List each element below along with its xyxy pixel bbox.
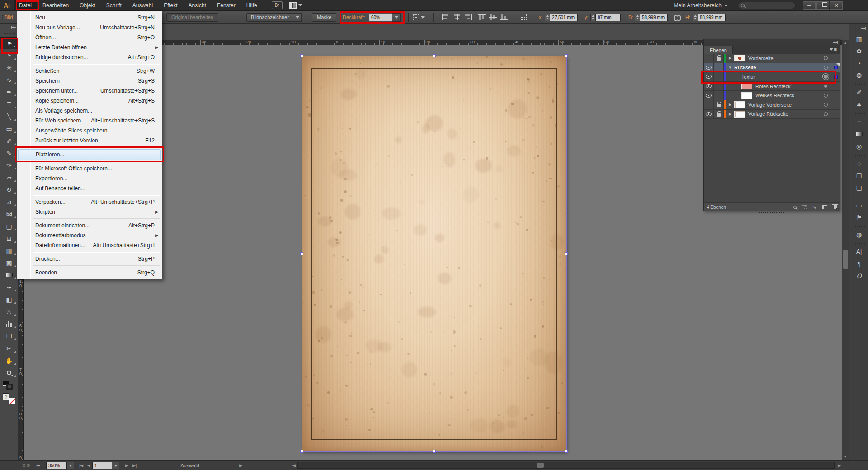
file-menu-item[interactable]: SchließenStrg+W <box>18 66 161 76</box>
file-menu-item[interactable]: Speichern unter...Umschalttaste+Strg+S <box>18 86 161 96</box>
links-panel-icon[interactable]: ❏ <box>851 182 867 194</box>
align-left-icon[interactable] <box>442 14 450 20</box>
layer-row-vorlage-vorderseite[interactable]: ▶Vorlage Vorderseite <box>704 100 840 110</box>
scroll-down-arrow[interactable]: ▼ <box>842 454 849 460</box>
file-menu-item[interactable]: Dokument einrichten...Alt+Strg+P <box>18 221 161 230</box>
lock-icon-cell[interactable] <box>714 54 724 63</box>
layer-row-rotes-rechteck[interactable]: Rotes Rechteck <box>704 82 840 91</box>
gradient-tool-panel-icon[interactable] <box>851 128 867 140</box>
opacity-dropdown[interactable] <box>392 13 401 22</box>
opacity-value[interactable]: 60% <box>369 14 392 21</box>
selection-tool[interactable]: ➤ <box>0 37 18 49</box>
vertical-scroll-thumb[interactable] <box>843 250 848 269</box>
eraser-tool[interactable]: ▱ <box>0 171 18 183</box>
menu-auswahl[interactable]: Auswahl <box>127 0 158 11</box>
vertical-scrollbar[interactable]: ▲ ▼ <box>842 40 849 460</box>
layer-name[interactable]: Textur <box>741 74 819 80</box>
dock-resize-gutter[interactable] <box>703 211 840 215</box>
expand-arrow-icon[interactable]: ▶ <box>726 103 734 107</box>
zoom-tool[interactable] <box>0 367 18 379</box>
layer-row-vorderseite[interactable]: ▶Vorderseite <box>704 54 840 63</box>
visibility-eye-icon[interactable] <box>704 82 714 91</box>
file-menu-item[interactable]: Dateiinformationen...Alt+Umschalttaste+S… <box>18 240 161 250</box>
zoom-level-field[interactable]: 350% <box>46 462 67 469</box>
align-center-icon[interactable] <box>453 14 461 20</box>
placed-texture-image[interactable] <box>302 56 566 451</box>
new-sublayer-icon[interactable]: ↳ <box>810 203 820 211</box>
column-graph-tool[interactable] <box>0 318 18 330</box>
link-dimensions-icon[interactable] <box>674 14 681 20</box>
x-stepper[interactable] <box>545 14 550 21</box>
lock-toggle-empty[interactable] <box>714 63 724 72</box>
opentype-panel-icon[interactable]: O <box>851 270 867 282</box>
stroke-swatch[interactable] <box>6 384 13 390</box>
file-menu-item[interactable]: Drucken...Strg+P <box>18 254 161 264</box>
locate-object-icon[interactable] <box>790 203 800 211</box>
lock-icon-cell[interactable] <box>714 110 724 119</box>
layer-row-vorlage-r-ckseite[interactable]: ▶Vorlage Rückseite <box>704 110 840 119</box>
symbols-panel-icon[interactable]: ♣ <box>851 99 867 111</box>
file-menu-item[interactable]: Skripten▶ <box>18 207 161 217</box>
rectangle-tool[interactable]: ▭ <box>0 122 18 135</box>
paintbrush-tool[interactable]: ✐ <box>0 135 18 147</box>
clipping-mask-icon[interactable] <box>800 203 810 211</box>
gradient-tool[interactable] <box>0 269 18 281</box>
artboard-dropdown[interactable] <box>112 462 119 469</box>
appearance-panel-icon[interactable]: ◌ <box>851 157 867 169</box>
scale-tool[interactable]: ⊿ <box>0 196 18 208</box>
collapse-panel-icon[interactable]: ▶▶ <box>11 25 16 29</box>
magic-wand-tool[interactable]: ✳ <box>0 61 18 74</box>
selection-indicator-cell[interactable] <box>832 75 840 79</box>
type-tool[interactable]: T <box>0 98 18 110</box>
menu-fenster[interactable]: Fenster <box>212 0 241 11</box>
visibility-eye-icon[interactable] <box>704 63 714 72</box>
options-grid-icon[interactable] <box>521 14 528 21</box>
rotate-tool[interactable]: ↻ <box>0 183 18 196</box>
search-input[interactable] <box>745 3 790 8</box>
file-menu-item[interactable]: Dokumentfarbmodus▶ <box>18 230 161 240</box>
y-stepper[interactable] <box>590 14 595 21</box>
scroll-up-arrow[interactable]: ▲ <box>842 40 849 46</box>
stroke-panel-icon[interactable]: ≡ <box>851 116 867 128</box>
symbol-sprayer-tool[interactable]: ♨ <box>0 306 18 318</box>
y-field[interactable]: 87 mm <box>595 14 621 21</box>
transparency-panel-icon[interactable]: ◎ <box>851 140 867 152</box>
pen-tool[interactable]: ✒ <box>0 86 18 98</box>
target-cell[interactable] <box>819 82 832 91</box>
artboards-panel-icon[interactable]: ▭ <box>851 199 867 211</box>
target-cell[interactable] <box>819 54 832 63</box>
swatches-panel-icon[interactable]: ▦ <box>851 33 867 45</box>
file-menu-item[interactable]: Kopie speichern...Alt+Strg+S <box>18 96 161 106</box>
menu-bearbeiten[interactable]: Bearbeiten <box>37 0 74 11</box>
edit-original-button[interactable]: Original bearbeiten <box>166 13 218 22</box>
last-artboard-button[interactable]: ▶| <box>130 461 139 470</box>
lasso-tool[interactable]: ∿ <box>0 74 18 86</box>
target-cell[interactable] <box>819 72 832 81</box>
reference-point-icon[interactable] <box>413 14 419 20</box>
status-flyout-arrow[interactable]: ▶ <box>237 461 245 470</box>
pencil-tool[interactable]: ✎ <box>0 147 18 159</box>
free-transform-tool[interactable]: ▢ <box>0 220 18 232</box>
file-menu-item[interactable]: SpeichernStrg+S <box>18 76 161 86</box>
layer-name[interactable]: Weißes Rechteck <box>755 93 819 98</box>
paragraph-panel-icon[interactable]: ¶ <box>851 258 867 270</box>
zoom-dropdown[interactable] <box>67 462 74 469</box>
x-field[interactable]: 27,501 mm <box>550 14 578 21</box>
slice-tool[interactable]: ✂ <box>0 342 18 354</box>
menu-ansicht[interactable]: Ansicht <box>183 0 212 11</box>
file-menu-item[interactable]: Verpacken...Alt+Umschalttaste+Strg+P <box>18 197 161 207</box>
visibility-toggle-empty[interactable] <box>704 100 714 109</box>
color-guide-panel-icon[interactable]: ❂ <box>851 69 867 81</box>
visibility-toggle-empty[interactable] <box>704 54 714 63</box>
color-panel-icon[interactable]: ✿ <box>851 45 867 57</box>
align-panel-icon[interactable]: ⚑ <box>851 211 867 223</box>
align-middle-icon[interactable] <box>489 14 497 20</box>
menu-hilfe[interactable]: Hilfe <box>241 0 263 11</box>
minimize-button[interactable]: ─ <box>803 1 816 10</box>
expand-dock-icon[interactable]: ◀◀ <box>861 26 865 30</box>
layer-thumbnail[interactable] <box>734 111 745 118</box>
file-menu-item[interactable]: Neu aus Vorlage...Umschalttaste+Strg+N <box>18 23 161 33</box>
file-menu-item[interactable]: Neu...Strg+N <box>18 13 161 23</box>
perspective-grid-tool[interactable]: ▦ <box>0 244 18 257</box>
visibility-eye-icon[interactable] <box>704 91 714 100</box>
